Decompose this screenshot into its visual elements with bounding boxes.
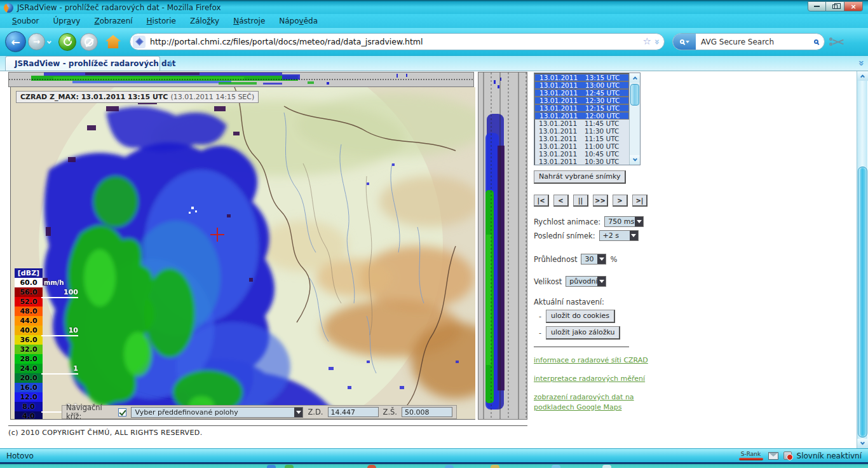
scroll-up-button[interactable] [630, 73, 640, 83]
timestamp-row[interactable]: 13.01.201111:15 UTC [534, 135, 629, 142]
taskbar-icon[interactable] [552, 465, 560, 468]
menu-úpravy[interactable]: Úpravy [46, 15, 87, 27]
page-scrollbar[interactable] [857, 71, 867, 448]
timestamp-row[interactable]: 13.01.201111:00 UTC [534, 142, 629, 150]
back-button[interactable]: ← [5, 31, 26, 52]
longitude-input[interactable] [328, 407, 379, 417]
new-tab-button[interactable]: + [164, 57, 177, 69]
load-selected-images-button[interactable]: Nahrát vybrané snímky [534, 170, 626, 184]
timestamp-row[interactable]: 13.01.201112:00 UTC [534, 112, 629, 120]
timestamp-date: 13.01.2011 [539, 150, 585, 158]
page-scrollbar-thumb[interactable] [858, 167, 867, 437]
menu-nápověda[interactable]: Nápověda [272, 15, 325, 27]
taskbar-icon[interactable] [602, 465, 611, 468]
animation-speed-select[interactable]: 750 ms [604, 216, 644, 227]
menu-záložky[interactable]: Záložky [183, 15, 226, 27]
scale-rows: 60.056.052.048.044.040.036.032.028.024.0… [15, 278, 43, 420]
page-scroll-down-button[interactable] [857, 439, 868, 448]
dictionary-icon[interactable] [783, 451, 792, 460]
select-arrow-icon[interactable] [294, 408, 302, 417]
timestamp-date: 13.01.2011 [539, 89, 585, 97]
anim-nav-button-2[interactable]: || [573, 195, 588, 207]
timestamp-row[interactable]: 13.01.201111:45 UTC [534, 120, 629, 127]
anim-nav-button-4[interactable]: > [613, 195, 628, 207]
menu-nástroje[interactable]: Nástroje [226, 15, 272, 27]
latitude-input[interactable] [402, 407, 452, 417]
navigation-toolbar: ← → http://portal.chmi.cz/files/portal/d… [0, 28, 868, 56]
reload-button[interactable] [58, 33, 76, 51]
taskbar-icon[interactable] [445, 465, 454, 468]
restore-button[interactable] [826, 1, 844, 11]
search-engine-button[interactable] [673, 33, 696, 50]
timestamp-listbox[interactable]: 13.01.201113:15 UTC13.01.201113:00 UTC13… [534, 72, 641, 165]
list-all-tabs-button[interactable]: « [858, 57, 865, 69]
url-text[interactable]: http://portal.chmi.cz/files/portal/docs/… [150, 37, 641, 46]
restore-icon [832, 4, 837, 9]
taskbar-icon[interactable] [267, 465, 276, 468]
stop-button[interactable] [80, 33, 98, 51]
mail-icon[interactable] [768, 452, 778, 460]
navigation-crosshair[interactable] [210, 228, 224, 242]
timestamp-row[interactable]: 13.01.201111:30 UTC [534, 127, 629, 135]
select-arrow-icon[interactable] [597, 254, 606, 264]
scroll-down-button[interactable] [630, 155, 640, 165]
timestamp-row[interactable]: 13.01.201112:45 UTC [534, 89, 629, 97]
info-link-0[interactable]: informace o radarové síti CZRAD [534, 355, 652, 366]
anim-nav-button-5[interactable]: >| [632, 195, 648, 207]
status-bar: Hotovo S-Rank Slovník neaktivní [0, 448, 868, 462]
info-link-2[interactable]: zobrazení radarových dat na podkladech G… [534, 392, 652, 413]
listbox-scrollbar[interactable] [629, 73, 640, 165]
history-dropdown-icon[interactable] [47, 39, 51, 44]
timestamp-row[interactable]: 13.01.201110:30 UTC [534, 158, 629, 165]
srank-bar-icon [739, 458, 763, 460]
bookmark-star-icon[interactable]: ☆ [643, 37, 651, 46]
bookmark-dropdown-icon[interactable]: « [651, 39, 660, 45]
panel-separator [534, 347, 629, 347]
timestamp-row[interactable]: 13.01.201112:30 UTC [534, 97, 629, 104]
timestamp-time: 11:30 UTC [585, 127, 619, 135]
menu-soubor[interactable]: Soubor [5, 15, 46, 27]
select-arrow-icon[interactable] [635, 217, 643, 226]
srank-indicator[interactable]: S-Rank [739, 451, 763, 460]
select-arrow-icon[interactable] [630, 231, 638, 240]
settings-button-1[interactable]: uložit jako záložku [546, 326, 620, 340]
search-box[interactable]: AVG Secure Search [672, 33, 825, 50]
scissors-icon[interactable] [831, 37, 846, 47]
anim-nav-button-3[interactable]: >> [593, 195, 608, 207]
forward-button[interactable]: → [28, 33, 45, 50]
menu-historie[interactable]: Historie [140, 15, 183, 27]
scrollbar-thumb[interactable] [630, 84, 639, 106]
settings-button-0[interactable]: uložit do cookies [546, 310, 615, 323]
timestamp-row[interactable]: 13.01.201113:00 UTC [534, 81, 629, 89]
nav-cross-checkbox[interactable] [118, 408, 126, 416]
timestamp-row[interactable]: 13.01.201112:15 UTC [534, 104, 629, 112]
select-arrow-icon[interactable] [597, 277, 606, 286]
url-bar[interactable]: http://portal.chmi.cz/files/portal/docs/… [130, 33, 665, 50]
timestamp-time: 12:30 UTC [585, 97, 620, 104]
size-label: Velikost [534, 277, 562, 286]
timestamp-row[interactable]: 13.01.201113:15 UTC [534, 74, 629, 81]
anim-nav-button-0[interactable]: |< [534, 195, 549, 207]
timestamp-time: 12:15 UTC [585, 104, 620, 112]
info-link-1[interactable]: interpretace radarových měření [534, 374, 652, 384]
taskbar-icon[interactable] [285, 465, 294, 468]
tab-jsradview[interactable]: JSRadView - prohlížeč radarových dat [5, 56, 160, 71]
preset-location-select[interactable]: Vyber předdefinované polohy [131, 407, 303, 418]
anim-nav-button-1[interactable]: < [553, 195, 569, 207]
close-button[interactable]: × [844, 1, 863, 11]
settings-buttons: -uložit do cookies-uložit jako záložku [534, 310, 661, 340]
radar-map[interactable]: CZRAD Z_MAX: 13.01.2011 13:15 UTC(13.01.… [10, 87, 475, 420]
search-go-icon[interactable] [814, 39, 818, 44]
taskbar-icon[interactable] [491, 465, 499, 468]
menu-zobrazení[interactable]: Zobrazení [87, 15, 139, 27]
scale-value-52.0: 52.0 [15, 297, 43, 306]
home-button[interactable] [103, 32, 123, 52]
search-input[interactable]: AVG Secure Search [696, 38, 814, 46]
timestamp-row[interactable]: 13.01.201110:45 UTC [534, 150, 629, 158]
taskbar-icon[interactable] [367, 465, 376, 468]
page-scroll-up-button[interactable] [857, 71, 868, 81]
last-frame-select[interactable]: +2 s [599, 230, 639, 241]
size-select[interactable]: původní [566, 276, 606, 287]
transparency-select[interactable]: 30 [581, 254, 606, 265]
minimize-button[interactable] [808, 1, 826, 11]
